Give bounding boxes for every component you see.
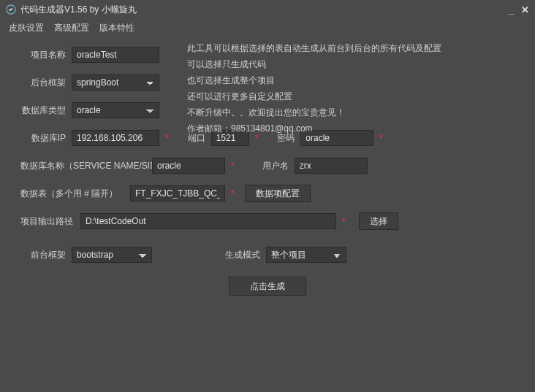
- label-db-ip: 数据库IP: [20, 132, 72, 145]
- svg-point-1: [10, 9, 12, 10]
- required-mark: *: [165, 133, 169, 143]
- required-mark: *: [231, 188, 235, 199]
- info-line: 可以选择只生成代码: [187, 56, 441, 72]
- label-username: 用户名: [262, 160, 295, 172]
- minimize-button[interactable]: _: [509, 4, 514, 15]
- info-line: 此工具可以根据选择的表自动生成从前台到后台的所有代码及配置: [187, 40, 441, 56]
- label-front-fw: 前台框架: [20, 249, 72, 261]
- tables-input[interactable]: [130, 185, 225, 201]
- menu-version[interactable]: 版本特性: [99, 22, 134, 34]
- menu-skin[interactable]: 皮肤设置: [9, 22, 44, 34]
- output-path-input[interactable]: [80, 213, 336, 229]
- app-icon: [6, 4, 16, 15]
- required-mark: *: [342, 216, 346, 226]
- label-project-name: 项目名称: [20, 49, 72, 61]
- info-line: 不断升级中。。欢迎提出您的宝贵意见！: [187, 104, 441, 120]
- username-input[interactable]: [295, 158, 368, 174]
- window-controls: _ ✕: [509, 4, 529, 15]
- info-line: 还可以进行更多自定义配置: [187, 88, 441, 104]
- required-mark: *: [231, 161, 235, 171]
- form-content: 此工具可以根据选择的表自动生成从前台到后台的所有代码及配置 可以选择只生成代码 …: [0, 40, 535, 296]
- close-button[interactable]: ✕: [521, 4, 529, 15]
- label-db-type: 数据库类型: [20, 104, 72, 117]
- info-text: 此工具可以根据选择的表自动生成从前台到后台的所有代码及配置 可以选择只生成代码 …: [187, 40, 441, 137]
- gen-mode-select[interactable]: 整个项目: [266, 247, 346, 263]
- config-button[interactable]: 数据项配置: [245, 185, 311, 202]
- choose-path-button[interactable]: 选择: [359, 212, 398, 230]
- info-line: 作者邮箱：985134801@qq.com: [187, 120, 441, 137]
- titlebar: 代码生成器V1.56 by 小螺旋丸 _ ✕: [0, 0, 535, 19]
- label-tables: 数据表（多个用 # 隔开）: [20, 188, 130, 200]
- menubar: 皮肤设置 高级配置 版本特性: [0, 19, 535, 40]
- db-type-select[interactable]: oracle: [72, 102, 159, 118]
- window-title: 代码生成器V1.56 by 小螺旋丸: [20, 4, 509, 16]
- label-db-name: 数据库名称（SERVICE NAME/SID）: [20, 160, 152, 172]
- info-line: 也可选择生成整个项目: [187, 72, 441, 88]
- db-name-input[interactable]: [152, 158, 225, 174]
- backend-fw-select[interactable]: springBoot: [72, 74, 159, 91]
- label-output-path: 项目输出路径: [20, 215, 80, 228]
- label-gen-mode: 生成模式: [225, 249, 266, 261]
- front-fw-select[interactable]: bootstrap: [72, 247, 152, 263]
- menu-advanced[interactable]: 高级配置: [54, 22, 89, 34]
- generate-button[interactable]: 点击生成: [229, 277, 306, 296]
- db-ip-input[interactable]: [72, 130, 159, 146]
- label-backend-fw: 后台框架: [20, 77, 72, 89]
- project-name-input[interactable]: [72, 47, 159, 63]
